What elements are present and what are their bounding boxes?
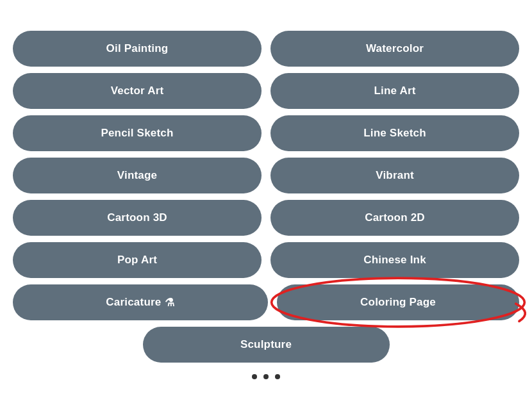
vibrant-button[interactable]: Vibrant bbox=[270, 158, 519, 193]
row-8: Sculpture bbox=[13, 327, 519, 363]
vintage-button[interactable]: Vintage bbox=[13, 158, 262, 193]
dot-3 bbox=[275, 374, 280, 379]
cartoon-3d-button[interactable]: Cartoon 3D bbox=[13, 200, 262, 236]
caricature-label: Caricature bbox=[106, 296, 161, 309]
pencil-sketch-button[interactable]: Pencil Sketch bbox=[13, 115, 262, 151]
row-5: Cartoon 3D Cartoon 2D bbox=[13, 200, 519, 236]
cartoon-2d-button[interactable]: Cartoon 2D bbox=[270, 200, 519, 236]
watercolor-button[interactable]: Watercolor bbox=[270, 31, 519, 67]
row-3: Pencil Sketch Line Sketch bbox=[13, 115, 519, 151]
row-7: Caricature ⚗ Coloring Page bbox=[13, 284, 519, 320]
sculpture-button[interactable]: Sculpture bbox=[143, 327, 390, 363]
row-2: Vector Art Line Art bbox=[13, 73, 519, 109]
dot-2 bbox=[263, 374, 269, 379]
style-grid: Oil Painting Watercolor Vector Art Line … bbox=[0, 12, 532, 398]
coloring-page-label: Coloring Page bbox=[360, 296, 436, 309]
beaker-icon: ⚗ bbox=[165, 296, 174, 309]
chinese-ink-button[interactable]: Chinese Ink bbox=[270, 242, 519, 278]
coloring-page-button[interactable]: Coloring Page bbox=[277, 284, 519, 320]
coloring-page-wrapper: Coloring Page bbox=[277, 284, 519, 320]
line-sketch-button[interactable]: Line Sketch bbox=[270, 115, 519, 151]
row-4: Vintage Vibrant bbox=[13, 158, 519, 193]
oil-painting-button[interactable]: Oil Painting bbox=[13, 31, 262, 67]
dot-1 bbox=[252, 374, 257, 379]
row-1: Oil Painting Watercolor bbox=[13, 31, 519, 67]
caricature-button[interactable]: Caricature ⚗ bbox=[13, 284, 268, 320]
dots-row bbox=[252, 374, 280, 379]
vector-art-button[interactable]: Vector Art bbox=[13, 73, 262, 109]
pop-art-button[interactable]: Pop Art bbox=[13, 242, 262, 278]
row-6: Pop Art Chinese Ink bbox=[13, 242, 519, 278]
line-art-button[interactable]: Line Art bbox=[270, 73, 519, 109]
